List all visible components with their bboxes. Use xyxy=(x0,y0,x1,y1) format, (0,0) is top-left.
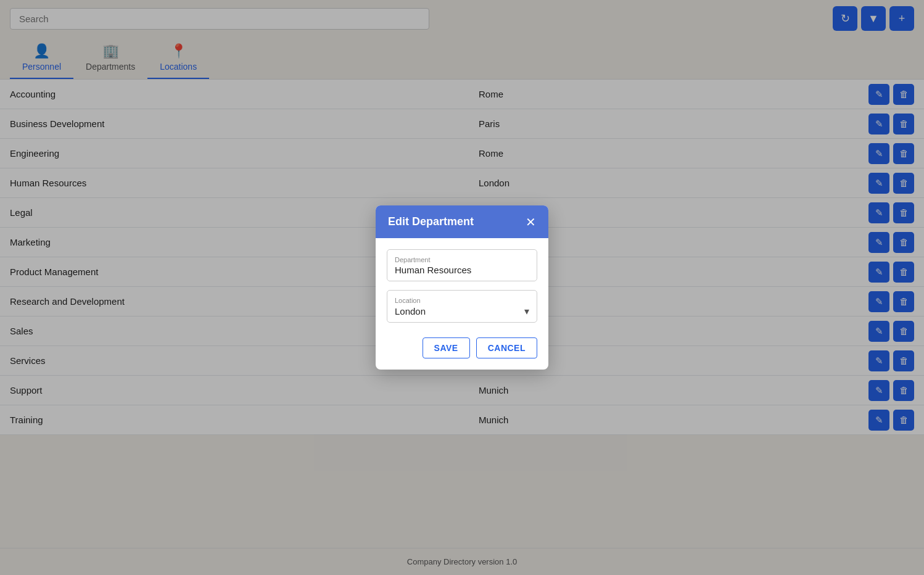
modal-body: Department Location London ▾ xyxy=(376,238,548,331)
chevron-down-icon: ▾ xyxy=(524,305,529,317)
edit-department-modal: Edit Department ✕ Department Location Lo… xyxy=(376,205,548,370)
modal-overlay: Edit Department ✕ Department Location Lo… xyxy=(0,0,924,575)
department-input[interactable] xyxy=(395,265,529,275)
location-label: Location xyxy=(395,297,529,304)
modal-close-button[interactable]: ✕ xyxy=(526,216,536,228)
modal-title: Edit Department xyxy=(388,215,474,228)
location-value: London xyxy=(395,306,426,316)
cancel-button[interactable]: CANCEL xyxy=(476,337,537,358)
department-field: Department xyxy=(387,249,537,281)
modal-footer: SAVE CANCEL xyxy=(376,331,548,370)
save-button[interactable]: SAVE xyxy=(423,337,470,358)
modal-header: Edit Department ✕ xyxy=(376,205,548,238)
department-label: Department xyxy=(395,256,529,263)
location-select[interactable]: London ▾ xyxy=(395,305,529,317)
location-field[interactable]: Location London ▾ xyxy=(387,290,537,323)
